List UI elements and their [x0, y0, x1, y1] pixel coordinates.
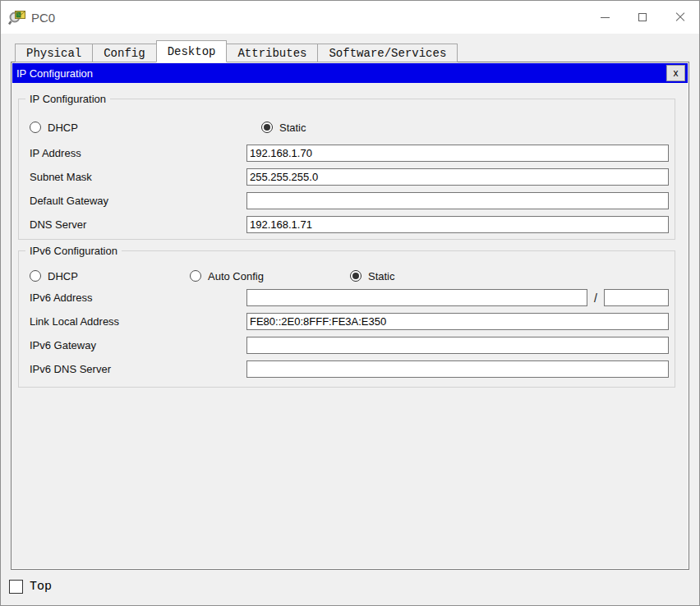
link-local-address-row: Link Local Address	[30, 313, 669, 330]
ipv4-static-radio[interactable]: Static	[261, 122, 306, 134]
window-controls	[586, 1, 699, 34]
tab-physical[interactable]: Physical	[15, 44, 93, 62]
ipv6-static-label: Static	[368, 270, 395, 282]
ipv6-dns-server-input[interactable]	[246, 360, 669, 378]
tab-config[interactable]: Config	[92, 44, 156, 62]
ipv6-dns-server-row: IPv6 DNS Server	[30, 360, 669, 378]
default-gateway-label: Default Gateway	[30, 195, 246, 207]
tab-desktop[interactable]: Desktop	[156, 40, 228, 62]
footer: Top	[9, 580, 52, 594]
subnet-mask-input[interactable]	[246, 168, 669, 186]
minimize-icon	[601, 17, 610, 18]
minimize-button[interactable]	[586, 1, 624, 34]
tab-attributes[interactable]: Attributes	[226, 44, 318, 62]
ipv6-configuration-group: IPv6 Configuration DHCP Auto Config Stat…	[18, 250, 675, 388]
subnet-mask-row: Subnet Mask	[30, 168, 669, 186]
ipv6-gateway-input[interactable]	[246, 337, 669, 354]
dns-server-row: DNS Server	[30, 216, 669, 233]
ipv4-dhcp-label: DHCP	[48, 122, 78, 134]
ip-configuration-legend: IP Configuration	[25, 93, 110, 105]
maximize-icon	[638, 13, 647, 21]
ipv6-autoconfig-label: Auto Config	[208, 270, 264, 282]
window-title: PC0	[31, 11, 55, 25]
close-icon	[675, 12, 685, 22]
ip-address-row: IP Address	[30, 145, 669, 162]
ipv6-autoconfig-radio[interactable]: Auto Config	[190, 270, 350, 282]
ipv6-prefix-separator: /	[587, 292, 604, 305]
ipv6-gateway-row: IPv6 Gateway	[30, 337, 669, 354]
ipv6-static-radio[interactable]: Static	[350, 270, 395, 282]
radio-icon[interactable]	[261, 122, 273, 133]
ipv6-dns-server-label: IPv6 DNS Server	[30, 363, 246, 375]
dialog-close-button[interactable]: x	[666, 65, 685, 81]
ipv6-address-input[interactable]	[246, 289, 587, 306]
desktop-tab-panel: IP Configuration x IP Configuration DHCP…	[11, 62, 689, 570]
dns-server-input[interactable]	[246, 216, 669, 233]
ipv6-dhcp-radio[interactable]: DHCP	[30, 270, 190, 282]
ip-address-label: IP Address	[30, 147, 246, 159]
ipv6-address-label: IPv6 Address	[30, 292, 246, 304]
radio-icon[interactable]	[30, 122, 41, 133]
radio-icon[interactable]	[190, 270, 201, 282]
ipv6-dhcp-label: DHCP	[48, 270, 78, 282]
dns-server-label: DNS Server	[30, 218, 246, 231]
ipv4-static-label: Static	[279, 122, 306, 134]
top-checkbox[interactable]	[9, 580, 23, 594]
ip-address-input[interactable]	[246, 145, 669, 162]
ip-configuration-group: IP Configuration DHCP Static IP Address …	[18, 99, 675, 240]
tab-software-services[interactable]: Software/Services	[317, 44, 458, 62]
link-local-address-input[interactable]	[246, 313, 669, 330]
window-titlebar: PC0	[1, 1, 699, 34]
radio-icon[interactable]	[30, 270, 41, 282]
ipv6-configuration-legend: IPv6 Configuration	[25, 245, 122, 257]
link-local-address-label: Link Local Address	[30, 315, 246, 328]
device-window: PC0 Physical Config Desktop Attributes S…	[0, 0, 700, 606]
tab-bar: Physical Config Desktop Attributes Softw…	[15, 40, 457, 62]
ipv4-dhcp-radio[interactable]: DHCP	[30, 122, 261, 134]
ipv6-mode-radio-row: DHCP Auto Config Static	[30, 269, 669, 282]
default-gateway-row: Default Gateway	[30, 192, 669, 209]
maximize-button[interactable]	[624, 1, 661, 34]
radio-icon[interactable]	[350, 270, 362, 282]
subnet-mask-label: Subnet Mask	[30, 171, 246, 183]
close-button[interactable]	[661, 1, 699, 34]
ipv6-gateway-label: IPv6 Gateway	[30, 339, 246, 351]
top-checkbox-label: Top	[30, 580, 52, 594]
dialog-titlebar: IP Configuration x	[12, 63, 688, 83]
ipv4-mode-radio-row: DHCP Static	[30, 121, 669, 134]
default-gateway-input[interactable]	[246, 192, 669, 209]
packet-tracer-app-icon	[8, 8, 26, 26]
ipv6-address-row: IPv6 Address /	[30, 289, 669, 306]
dialog-title: IP Configuration	[16, 67, 93, 80]
ipv6-prefix-input[interactable]	[604, 289, 669, 306]
